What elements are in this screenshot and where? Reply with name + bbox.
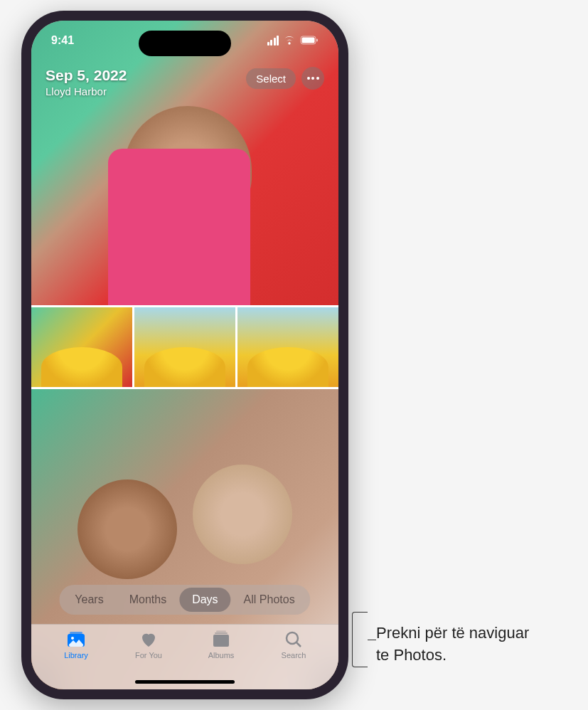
svg-rect-6 — [213, 635, 229, 647]
phone-screen: 9:41 — [31, 21, 338, 689]
view-switcher: Years Months Days All Photos — [59, 585, 310, 615]
tab-label: Search — [282, 651, 306, 659]
svg-point-5 — [71, 637, 74, 640]
wifi-icon — [283, 36, 296, 45]
view-tab-all-photos[interactable]: All Photos — [231, 588, 308, 612]
tab-label: Library — [64, 651, 88, 659]
callout-text: Prekni për të naviguar te Photos. — [376, 622, 529, 667]
photo-thumbnail[interactable] — [31, 307, 132, 387]
phone-device-frame: 9:41 — [21, 11, 348, 699]
svg-rect-4 — [70, 632, 82, 634]
tab-library[interactable]: Library — [40, 630, 112, 689]
more-button[interactable] — [301, 67, 324, 90]
search-icon — [283, 630, 304, 649]
tab-label: For You — [135, 651, 162, 659]
callout-bracket-icon — [352, 612, 368, 667]
header-location[interactable]: Lloyd Harbor — [46, 85, 127, 97]
ellipsis-icon — [307, 77, 319, 80]
library-header: Sep 5, 2022 Lloyd Harbor Select — [31, 60, 338, 105]
svg-rect-1 — [302, 38, 315, 43]
view-tab-months[interactable]: Months — [117, 588, 179, 612]
home-indicator[interactable] — [135, 680, 235, 684]
svg-rect-2 — [316, 39, 318, 42]
view-tab-days[interactable]: Days — [179, 588, 230, 612]
dynamic-island — [139, 31, 231, 56]
albums-icon — [210, 630, 232, 649]
annotation-callout: Prekni për të naviguar te Photos. — [352, 622, 529, 678]
status-time: 9:41 — [51, 34, 74, 47]
tab-label: Albums — [208, 651, 235, 659]
cellular-signal-icon — [267, 36, 279, 46]
svg-rect-8 — [216, 631, 226, 632]
status-indicators — [267, 36, 319, 46]
svg-point-9 — [287, 632, 298, 644]
for-you-icon — [138, 630, 159, 649]
library-icon — [65, 630, 87, 649]
svg-line-10 — [296, 642, 301, 647]
photo-thumbnail-row — [31, 305, 338, 389]
svg-rect-7 — [215, 632, 228, 634]
battery-icon — [300, 36, 319, 45]
select-button[interactable]: Select — [246, 68, 296, 89]
photo-thumbnail[interactable] — [134, 307, 235, 387]
tab-search[interactable]: Search — [257, 630, 330, 689]
view-tab-years[interactable]: Years — [62, 588, 116, 612]
header-date[interactable]: Sep 5, 2022 — [46, 67, 127, 84]
photo-thumbnail[interactable] — [237, 307, 338, 387]
